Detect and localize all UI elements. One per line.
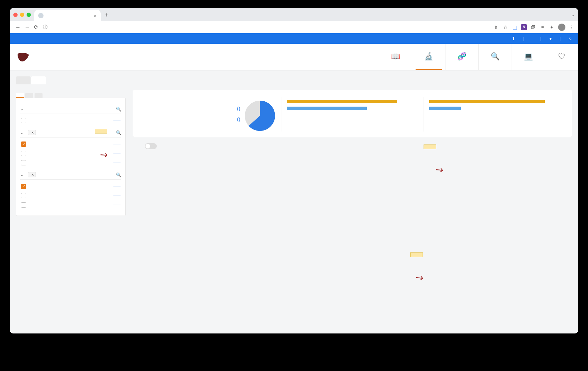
new-tab-icon[interactable]: ＋	[103, 11, 109, 19]
profile-icon: 🛡	[558, 52, 565, 61]
extension-icon[interactable]: 🗊	[530, 24, 536, 30]
onenote-icon[interactable]: N	[521, 24, 527, 30]
annotation-listing	[410, 252, 423, 257]
checkbox[interactable]	[21, 118, 26, 123]
visualization-panel: () ()	[133, 90, 572, 137]
puzzle-icon[interactable]: ✦	[549, 24, 555, 30]
checkbox[interactable]	[21, 151, 26, 156]
nav-files[interactable]: 🧬	[445, 44, 478, 70]
bar-icon	[287, 100, 397, 103]
explore-icon: 🔬	[424, 52, 433, 61]
bar-icon	[287, 107, 367, 110]
title-area	[38, 44, 379, 70]
info-icon: ⓘ	[43, 24, 48, 30]
browser-tab[interactable]: ×	[34, 10, 101, 21]
facet-item[interactable]	[20, 116, 121, 125]
logout-link[interactable]: ⎋	[569, 36, 571, 41]
favicon-icon	[38, 13, 44, 18]
close-tab-icon[interactable]: ×	[94, 13, 97, 19]
extensions-area: ⇧ ☆ ⬚ N 🗊 ≡ ✦ ⋮	[493, 24, 575, 31]
list-icon[interactable]: ≡	[539, 24, 545, 30]
checkbox[interactable]	[21, 193, 26, 198]
chart-ethnicity	[424, 97, 566, 132]
facet-clinical-site: ⌄ × 🔍 ✓	[20, 172, 121, 210]
checkbox[interactable]	[21, 202, 26, 208]
clear-icon[interactable]: ×	[32, 131, 34, 135]
menu-icon[interactable]: ⋮	[569, 24, 575, 30]
user-email-link[interactable]: ▾	[549, 36, 552, 41]
share-icon[interactable]: ⇧	[493, 24, 499, 30]
tab-data[interactable]	[16, 76, 31, 84]
facet-item[interactable]	[20, 191, 121, 200]
facet-cohort: ⌄ × 🔍 ✓	[20, 130, 121, 167]
upload-icon: ⬆	[512, 36, 515, 41]
forward-icon[interactable]: →	[25, 24, 30, 30]
reload-icon[interactable]: ⟳	[34, 24, 38, 30]
sidebar: ⌄ 🔍 ⌄	[16, 90, 126, 216]
bar-icon	[429, 107, 461, 110]
star-icon[interactable]: ☆	[502, 24, 508, 30]
facet-project: ⌄ 🔍	[20, 107, 121, 125]
count-badge	[113, 144, 121, 144]
top-bar: ⬆ | | ▾ | ⎋	[10, 33, 578, 44]
bar-icon	[429, 100, 545, 103]
url-input[interactable]: ⓘ	[43, 24, 490, 30]
search-icon[interactable]: 🔍	[116, 172, 121, 177]
traffic-lights	[13, 13, 31, 17]
selected-pill[interactable]: ×	[28, 130, 36, 135]
nav-exploration[interactable]: 🔬	[412, 44, 445, 70]
maximize-window-icon[interactable]	[27, 13, 31, 17]
chevron-down-icon: ⌄	[20, 173, 23, 177]
filter-tab-behavior[interactable]	[35, 93, 43, 98]
tab-file[interactable]	[31, 76, 46, 84]
facet-head-project[interactable]: ⌄ 🔍	[20, 107, 121, 114]
nav-dictionary[interactable]: 📖	[379, 44, 412, 70]
profile-avatar[interactable]	[558, 24, 565, 31]
tab-strip: × ＋ ⌄	[10, 8, 578, 21]
logo[interactable]	[17, 52, 31, 62]
address-bar: ← → ⟳ ⓘ ⇧ ☆ ⬚ N 🗊 ≡ ✦ ⋮	[10, 21, 578, 33]
dropbox-icon[interactable]: ⬚	[512, 24, 518, 30]
page-title	[0, 0, 588, 8]
filter-tab-study[interactable]	[16, 93, 24, 98]
browser-window: × ＋ ⌄ ← → ⟳ ⓘ ⇧ ☆ ⬚ N 🗊 ≡ ✦ ⋮ ⬆ | | ▾ |	[10, 8, 578, 333]
chart-gender: () ()	[139, 97, 281, 132]
checkbox[interactable]: ✓	[21, 184, 26, 189]
nav-query[interactable]: 🔍	[478, 44, 512, 70]
filter-tab-case[interactable]	[25, 93, 33, 98]
logout-icon: ⎋	[569, 36, 571, 41]
count-badge	[113, 186, 121, 187]
query-icon: 🔍	[491, 52, 500, 61]
chevron-down-icon[interactable]: ⌄	[571, 12, 575, 17]
facet-item[interactable]: ✓	[20, 182, 121, 191]
checkbox[interactable]: ✓	[21, 141, 26, 147]
nav-profile[interactable]: 🛡	[545, 44, 578, 70]
back-icon[interactable]: ←	[15, 24, 21, 30]
liver-icon	[17, 52, 29, 62]
book-icon: 📖	[391, 52, 400, 61]
chart-race	[281, 97, 423, 132]
submit-data-link[interactable]: ⬆	[512, 36, 515, 41]
facet-head-clinical[interactable]: ⌄ × 🔍	[20, 172, 121, 180]
facet-item[interactable]: ✓	[20, 139, 121, 149]
facet-item[interactable]	[20, 200, 121, 210]
table-meta	[133, 143, 572, 149]
nav-workspace[interactable]: 💻	[512, 44, 545, 70]
files-icon: 🧬	[457, 52, 466, 61]
chevron-down-icon: ▾	[549, 36, 552, 41]
count-badge	[113, 153, 121, 154]
minimize-window-icon[interactable]	[20, 13, 24, 17]
main-nav: 📖 🔬 🧬 🔍 💻 🛡	[379, 44, 578, 70]
header: 📖 🔬 🧬 🔍 💻 🛡	[10, 44, 578, 70]
selected-pill[interactable]: ×	[28, 172, 36, 177]
close-window-icon[interactable]	[13, 13, 18, 17]
search-icon[interactable]: 🔍	[116, 107, 121, 112]
search-icon[interactable]: 🔍	[116, 130, 121, 135]
main-content: () ()	[133, 90, 572, 216]
checkbox[interactable]	[21, 160, 26, 165]
clear-icon[interactable]: ×	[32, 173, 34, 177]
workspace-icon: 💻	[524, 52, 533, 61]
count-badge	[113, 162, 121, 163]
show-empty-toggle[interactable]	[145, 143, 157, 149]
pie-chart-icon	[244, 100, 276, 132]
